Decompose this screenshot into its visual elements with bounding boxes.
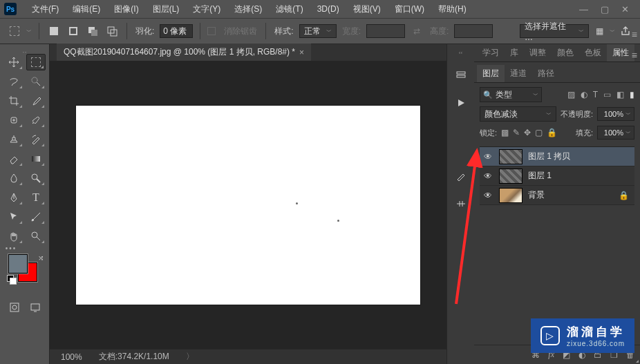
blur-tool[interactable] [4,170,23,186]
align-icon[interactable]: ▦ [592,23,607,39]
menu-window[interactable]: 窗口(W) [388,3,431,15]
fill-input[interactable]: 100% [597,126,634,140]
history-panel-icon[interactable] [453,67,469,84]
filter-pixel-icon[interactable]: ▨ [567,90,575,99]
canvas[interactable] [76,106,420,305]
antialias-checkbox[interactable] [207,27,216,35]
layer-thumbnail[interactable] [499,188,523,203]
swap-colors-icon[interactable]: ⤭ [38,254,44,262]
edit-toolbar-icon[interactable]: ••• [4,245,18,250]
tab-paths[interactable]: 路径 [532,65,560,82]
layer-thumbnail[interactable] [499,169,523,184]
window-maximize-icon[interactable]: ▢ [601,4,609,15]
blend-mode-select[interactable]: 颜色减淡 [480,106,556,122]
brushes-panel-icon[interactable] [453,195,469,212]
visibility-icon[interactable]: 👁 [482,152,493,162]
eyedropper-tool[interactable] [26,93,46,109]
lock-position-icon[interactable]: ✥ [524,128,531,137]
healing-brush-tool[interactable] [4,112,23,128]
tab-layers[interactable]: 图层 [477,65,505,82]
brush-settings-panel-icon[interactable] [453,168,469,184]
filter-smart-icon[interactable]: ◧ [617,90,624,99]
layer-row[interactable]: 👁 背景 🔒 [480,186,634,205]
layer-name[interactable]: 背景 [528,189,613,201]
add-selection-icon[interactable] [66,23,81,39]
gradient-tool[interactable] [26,151,46,167]
actions-panel-icon[interactable] [453,95,469,111]
window-minimize-icon[interactable]: — [579,4,588,15]
dodge-tool[interactable] [26,170,46,186]
share-icon[interactable] [618,23,633,39]
history-brush-tool[interactable] [26,131,46,148]
lock-all-icon[interactable]: 🔒 [547,128,557,137]
menu-filter[interactable]: 滤镜(T) [269,3,310,15]
tab-library[interactable]: 库 [505,44,524,61]
lock-artboard-icon[interactable]: ▢ [535,128,543,137]
marquee-tool[interactable] [26,54,46,70]
panel-menu-icon[interactable]: ≡ [632,29,637,40]
document-tab[interactable]: QQ截图20190407164607.jpg @ 100% (图层 1 拷贝, … [57,43,311,61]
layer-thumbnail[interactable] [499,149,523,164]
tab-close-icon[interactable]: × [299,48,304,57]
zoom-level[interactable]: 100% [61,352,82,362]
toolbox-handle-icon[interactable]: ·· [4,47,45,54]
subtract-selection-icon[interactable] [85,23,100,39]
quickmask-icon[interactable] [7,300,22,315]
eraser-tool[interactable] [4,151,23,167]
tab-swatches[interactable]: 色板 [579,44,607,61]
layer-row[interactable]: 👁 图层 1 [480,166,634,186]
crop-tool[interactable] [4,93,23,109]
screenmode-icon[interactable] [28,300,43,315]
menu-view[interactable]: 视图(V) [346,3,388,15]
tool-preset-icon[interactable] [7,23,22,39]
move-tool[interactable] [4,54,23,70]
tab-adjustments[interactable]: 调整 [524,44,552,61]
layer-filter-select[interactable]: 🔍类型 [480,87,542,102]
opacity-input[interactable]: 100% [597,107,634,121]
type-tool[interactable]: T [26,189,46,206]
visibility-icon[interactable]: 👁 [482,171,493,181]
menu-file[interactable]: 文件(F) [25,3,66,15]
pen-tool[interactable] [4,189,23,206]
visibility-icon[interactable]: 👁 [482,191,493,200]
tab-channels[interactable]: 通道 [505,65,532,82]
lasso-tool[interactable] [4,73,23,90]
new-selection-icon[interactable] [46,23,62,39]
shape-tool[interactable] [26,209,46,225]
style-select[interactable]: 正常 [299,24,337,38]
layers-panel-menu-icon[interactable]: ≡ [632,50,637,61]
foreground-color[interactable] [8,254,28,274]
filter-shape-icon[interactable]: ▭ [603,90,611,99]
menu-select[interactable]: 选择(S) [227,3,269,15]
menu-help[interactable]: 帮助(H) [431,3,473,15]
tab-learn[interactable]: 学习 [477,44,505,61]
menu-edit[interactable]: 编辑(E) [66,3,107,15]
menu-image[interactable]: 图像(I) [107,3,145,15]
lock-pixels-icon[interactable]: ✎ [513,128,520,137]
quick-select-tool[interactable] [26,73,46,90]
tab-properties[interactable]: 属性 [607,44,634,61]
clone-stamp-tool[interactable] [4,131,23,148]
default-colors-icon[interactable] [7,275,17,285]
layer-name[interactable]: 图层 1 拷贝 [528,151,632,162]
filter-type-icon[interactable]: T [593,90,598,99]
feather-input[interactable] [160,24,193,38]
window-close-icon[interactable]: ✕ [621,4,629,15]
intersect-selection-icon[interactable] [104,23,120,39]
rail-handle-icon[interactable]: ‹‹ [459,50,462,56]
align-dropdown-icon[interactable]: ﹀ [610,28,615,35]
menu-type[interactable]: 文字(Y) [186,3,227,15]
layer-name[interactable]: 图层 1 [528,170,632,182]
menu-3d[interactable]: 3D(D) [310,4,346,14]
tool-preset-dropdown-icon[interactable]: ﹀ [26,28,32,35]
lock-transparency-icon[interactable]: ▩ [501,128,509,137]
zoom-tool[interactable] [26,228,46,245]
filter-toggle-icon[interactable]: ▮ [630,90,634,99]
path-select-tool[interactable] [4,209,23,225]
tab-color[interactable]: 颜色 [552,44,579,61]
layer-row[interactable]: 👁 图层 1 拷贝 [480,147,634,166]
menu-layer[interactable]: 图层(L) [146,3,187,15]
select-and-mask-button[interactable]: 选择并遮住 … [520,24,589,38]
brush-tool[interactable] [26,112,46,128]
hand-tool[interactable] [4,228,23,245]
